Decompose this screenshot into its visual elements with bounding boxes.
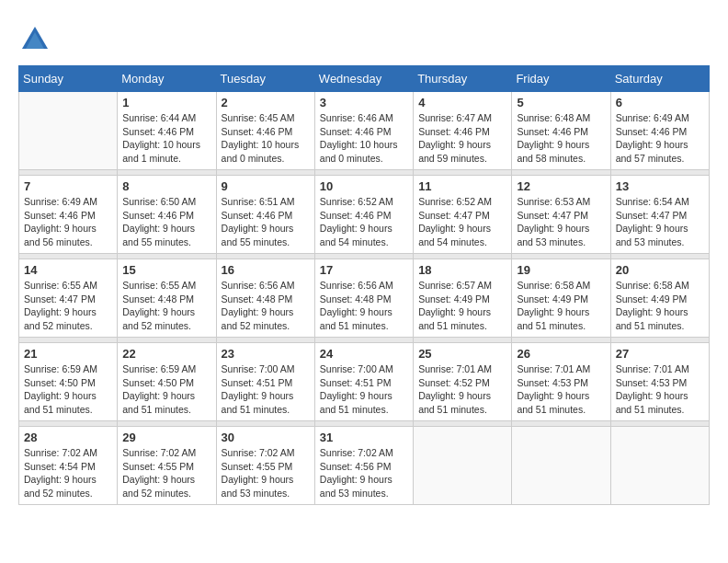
calendar-cell: 7Sunrise: 6:49 AM Sunset: 4:46 PM Daylig… [19,176,118,254]
calendar-cell: 22Sunrise: 6:59 AM Sunset: 4:50 PM Dayli… [118,343,216,421]
page-header [18,18,710,56]
weekday-header: Thursday [414,66,512,92]
day-number: 3 [320,96,408,109]
calendar-cell: 3Sunrise: 6:46 AM Sunset: 4:46 PM Daylig… [314,92,413,170]
calendar-cell: 12Sunrise: 6:53 AM Sunset: 4:47 PM Dayli… [512,176,610,254]
day-info: Sunrise: 6:51 AM Sunset: 4:46 PM Dayligh… [222,195,310,249]
day-number: 18 [418,263,506,277]
day-number: 10 [320,179,408,193]
calendar-cell: 8Sunrise: 6:50 AM Sunset: 4:46 PM Daylig… [118,176,216,254]
day-info: Sunrise: 6:55 AM Sunset: 4:48 PM Dayligh… [122,279,210,333]
calendar-cell [512,427,610,505]
calendar-week-row: 7Sunrise: 6:49 AM Sunset: 4:46 PM Daylig… [19,176,710,254]
day-number: 20 [616,263,704,277]
calendar-cell: 21Sunrise: 6:59 AM Sunset: 4:50 PM Dayli… [19,343,118,421]
day-info: Sunrise: 7:01 AM Sunset: 4:52 PM Dayligh… [418,362,506,417]
day-info: Sunrise: 6:58 AM Sunset: 4:49 PM Dayligh… [616,279,704,333]
calendar-cell: 18Sunrise: 6:57 AM Sunset: 4:49 PM Dayli… [414,259,512,338]
day-info: Sunrise: 6:46 AM Sunset: 4:46 PM Dayligh… [320,111,408,166]
calendar-cell: 29Sunrise: 7:02 AM Sunset: 4:55 PM Dayli… [118,427,216,505]
calendar-cell: 15Sunrise: 6:55 AM Sunset: 4:48 PM Dayli… [118,259,216,338]
day-info: Sunrise: 6:53 AM Sunset: 4:47 PM Dayligh… [517,195,605,249]
day-number: 19 [517,263,605,277]
calendar-cell [414,427,512,505]
day-info: Sunrise: 7:02 AM Sunset: 4:56 PM Dayligh… [320,446,408,500]
day-info: Sunrise: 6:55 AM Sunset: 4:47 PM Dayligh… [24,279,112,333]
calendar-cell: 23Sunrise: 7:00 AM Sunset: 4:51 PM Dayli… [216,343,314,421]
calendar-cell: 13Sunrise: 6:54 AM Sunset: 4:47 PM Dayli… [610,176,709,254]
calendar-cell: 19Sunrise: 6:58 AM Sunset: 4:49 PM Dayli… [512,259,610,338]
calendar-cell: 4Sunrise: 6:47 AM Sunset: 4:46 PM Daylig… [414,92,512,170]
day-number: 17 [320,263,408,277]
weekday-header: Monday [118,66,216,92]
day-number: 9 [222,179,310,193]
day-info: Sunrise: 7:02 AM Sunset: 4:54 PM Dayligh… [24,446,112,500]
calendar-cell: 31Sunrise: 7:02 AM Sunset: 4:56 PM Dayli… [314,427,413,505]
calendar-week-row: 1Sunrise: 6:44 AM Sunset: 4:46 PM Daylig… [19,92,710,170]
day-number: 23 [222,347,310,361]
day-number: 29 [122,431,210,444]
weekday-header: Wednesday [314,66,413,92]
day-number: 4 [418,96,506,109]
calendar-cell: 26Sunrise: 7:01 AM Sunset: 4:53 PM Dayli… [512,343,610,421]
day-number: 27 [616,347,704,361]
day-info: Sunrise: 6:52 AM Sunset: 4:47 PM Dayligh… [418,195,506,249]
day-info: Sunrise: 6:59 AM Sunset: 4:50 PM Dayligh… [24,362,112,417]
calendar-cell: 9Sunrise: 6:51 AM Sunset: 4:46 PM Daylig… [216,176,314,254]
day-info: Sunrise: 6:48 AM Sunset: 4:46 PM Dayligh… [517,111,605,166]
day-info: Sunrise: 6:49 AM Sunset: 4:46 PM Dayligh… [616,111,704,166]
day-info: Sunrise: 6:44 AM Sunset: 4:46 PM Dayligh… [122,111,210,166]
calendar-cell: 28Sunrise: 7:02 AM Sunset: 4:54 PM Dayli… [19,427,118,505]
calendar-cell [610,427,709,505]
weekday-header: Sunday [19,66,118,92]
calendar-cell: 14Sunrise: 6:55 AM Sunset: 4:47 PM Dayli… [19,259,118,338]
weekday-header: Tuesday [216,66,314,92]
day-number: 8 [122,179,210,193]
calendar-cell: 24Sunrise: 7:00 AM Sunset: 4:51 PM Dayli… [314,343,413,421]
calendar-table: SundayMondayTuesdayWednesdayThursdayFrid… [18,65,710,505]
day-info: Sunrise: 6:50 AM Sunset: 4:46 PM Dayligh… [122,195,210,249]
weekday-header-row: SundayMondayTuesdayWednesdayThursdayFrid… [19,66,710,92]
day-info: Sunrise: 6:52 AM Sunset: 4:46 PM Dayligh… [320,195,408,249]
day-info: Sunrise: 7:00 AM Sunset: 4:51 PM Dayligh… [222,362,310,417]
calendar-cell: 2Sunrise: 6:45 AM Sunset: 4:46 PM Daylig… [216,92,314,170]
day-number: 12 [517,179,605,193]
day-number: 16 [222,263,310,277]
day-number: 30 [222,431,310,444]
day-info: Sunrise: 6:54 AM Sunset: 4:47 PM Dayligh… [616,195,704,249]
day-number: 15 [122,263,210,277]
calendar-cell: 16Sunrise: 6:56 AM Sunset: 4:48 PM Dayli… [216,259,314,338]
day-number: 1 [122,96,210,109]
day-number: 11 [418,179,506,193]
calendar-cell: 27Sunrise: 7:01 AM Sunset: 4:53 PM Dayli… [610,343,709,421]
day-number: 25 [418,347,506,361]
calendar-cell: 6Sunrise: 6:49 AM Sunset: 4:46 PM Daylig… [610,92,709,170]
day-info: Sunrise: 7:01 AM Sunset: 4:53 PM Dayligh… [517,362,605,417]
day-number: 14 [24,263,112,277]
day-number: 28 [24,431,112,444]
day-number: 5 [517,96,605,109]
day-number: 22 [122,347,210,361]
calendar-cell: 10Sunrise: 6:52 AM Sunset: 4:46 PM Dayli… [314,176,413,254]
calendar-cell: 30Sunrise: 7:02 AM Sunset: 4:55 PM Dayli… [216,427,314,505]
calendar-week-row: 14Sunrise: 6:55 AM Sunset: 4:47 PM Dayli… [19,259,710,338]
day-info: Sunrise: 6:56 AM Sunset: 4:48 PM Dayligh… [222,279,310,333]
day-number: 2 [222,96,310,109]
calendar-cell: 1Sunrise: 6:44 AM Sunset: 4:46 PM Daylig… [118,92,216,170]
day-info: Sunrise: 7:02 AM Sunset: 4:55 PM Dayligh… [222,446,310,500]
calendar-cell: 17Sunrise: 6:56 AM Sunset: 4:48 PM Dayli… [314,259,413,338]
day-info: Sunrise: 6:45 AM Sunset: 4:46 PM Dayligh… [222,111,310,166]
calendar-cell: 20Sunrise: 6:58 AM Sunset: 4:49 PM Dayli… [610,259,709,338]
weekday-header: Friday [512,66,610,92]
logo [18,23,55,56]
day-number: 13 [616,179,704,193]
calendar-cell [19,92,118,170]
day-number: 7 [24,179,112,193]
day-info: Sunrise: 6:57 AM Sunset: 4:49 PM Dayligh… [418,279,506,333]
logo-icon [18,23,51,56]
calendar-cell: 5Sunrise: 6:48 AM Sunset: 4:46 PM Daylig… [512,92,610,170]
day-info: Sunrise: 7:02 AM Sunset: 4:55 PM Dayligh… [122,446,210,500]
weekday-header: Saturday [610,66,709,92]
day-number: 21 [24,347,112,361]
day-info: Sunrise: 6:47 AM Sunset: 4:46 PM Dayligh… [418,111,506,166]
